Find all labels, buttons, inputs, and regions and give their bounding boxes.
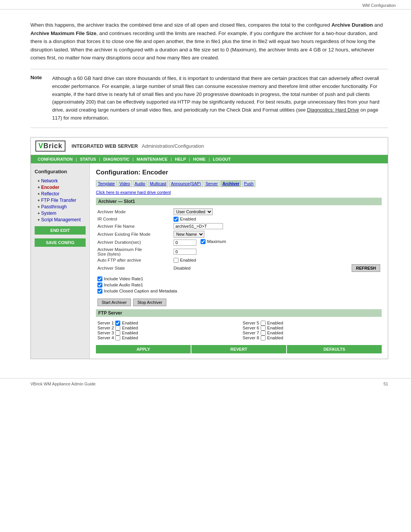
ftp-server-6-row: Server 6 Enabled	[243, 326, 381, 331]
tab-push[interactable]: Push	[242, 180, 255, 187]
auto-ftp-label: Auto FTP after archive	[96, 257, 172, 264]
tab-archiver[interactable]: Archiver	[220, 180, 241, 187]
ftp-server-6-enabled: Enabled	[267, 326, 283, 330]
vbrick-integrated-title: INTEGRATED WEB SERVER Administration/Con…	[72, 143, 204, 149]
ftp-server-7-checkbox[interactable]	[261, 331, 266, 335]
defaults-button[interactable]: DEFAULTS	[287, 345, 382, 353]
nav-home[interactable]: HOME	[190, 155, 209, 163]
archiver-max-size-row: Archiver Maximum FileSize (bytes)	[96, 246, 382, 257]
ftp-server-2-checkbox[interactable]	[115, 326, 120, 331]
include-options: Include Video Rate1 Include Audio Rate1 …	[96, 276, 382, 296]
nav-status[interactable]: STATUS	[77, 155, 99, 163]
sidebar-item-system[interactable]: System	[35, 211, 86, 216]
include-audio-rate1-label: Include Audio Rate1	[97, 283, 380, 288]
save-config-button[interactable]: SAVE CONFIG	[35, 238, 86, 247]
archiver-file-mode-label: Archiver Existing File Mode	[96, 230, 172, 238]
footer-right: 51	[384, 382, 388, 386]
ftp-server-6-checkbox[interactable]	[261, 326, 266, 331]
ftp-server-5-row: Server 5 Enabled	[243, 321, 381, 326]
ftp-server-8-row: Server 8 Enabled	[243, 335, 381, 340]
nav-help[interactable]: HELP	[172, 155, 189, 163]
tab-video[interactable]: Video	[118, 180, 132, 187]
tab-template[interactable]: Template	[96, 180, 117, 187]
ftp-server-2-label: Server 2	[97, 326, 114, 330]
vbrick-logo-v: V	[38, 142, 43, 150]
ftp-server-5-checkbox[interactable]	[261, 321, 266, 326]
nav-maintenance[interactable]: MAINTENANCE	[134, 155, 170, 163]
hard-drive-link[interactable]: Click here to examine hard drive content	[96, 190, 382, 195]
ui-body: Configuration Network Encoder Reflector …	[31, 163, 388, 359]
revert-button[interactable]: REVERT	[191, 345, 286, 353]
ftp-server-3-label: Server 3	[97, 331, 114, 335]
ftp-server-1-enabled: Enabled	[122, 321, 138, 325]
ftp-server-3-row: Server 3 Enabled	[97, 331, 235, 335]
sidebar-item-encoder[interactable]: Encoder	[35, 185, 86, 190]
ftp-servers-right: Server 5 Enabled Server 6 Enabled Server…	[243, 321, 381, 340]
note-box: Note Although a 60 GB hard drive can sto…	[30, 69, 388, 128]
note-text: Although a 60 GB hard drive can store th…	[52, 75, 388, 122]
main-panel: Configuration: Encoder Template Video Au…	[90, 163, 388, 359]
include-audio-rate1-text: Include Audio Rate1	[104, 283, 143, 287]
ftp-server-5-enabled: Enabled	[267, 321, 283, 325]
main-paragraph: When this happens, the archiver tracks t…	[30, 21, 388, 62]
auto-ftp-row: Auto FTP after archive Enabled	[96, 257, 382, 264]
include-closed-caption-checkbox[interactable]	[97, 289, 102, 294]
sidebar-item-passthrough[interactable]: Passthrough	[35, 204, 86, 209]
include-closed-caption-label: Include Closed Caption and Metadata	[97, 289, 380, 294]
tab-server[interactable]: Server	[204, 180, 220, 187]
tab-announce-sap[interactable]: Announce(SAP)	[169, 180, 203, 187]
ftp-server-4-checkbox[interactable]	[115, 335, 120, 340]
nav-logout[interactable]: LOGOUT	[210, 155, 234, 163]
tab-audio[interactable]: Audio	[133, 180, 147, 187]
sidebar-item-network[interactable]: Network	[35, 178, 86, 184]
include-video-rate1-checkbox[interactable]	[97, 276, 102, 281]
archiver-mode-select[interactable]: User Controlled Scheduled Continuous	[174, 208, 213, 215]
ftp-server-6-label: Server 6	[243, 326, 259, 330]
ftp-server-7-row: Server 7 Enabled	[243, 331, 381, 335]
ir-control-label: IR Control	[96, 216, 172, 222]
archiver-file-mode-select[interactable]: New Name Overwrite	[174, 231, 204, 238]
archiver-filename-input[interactable]	[174, 223, 223, 229]
ftp-server-7-label: Server 7	[243, 331, 259, 335]
end-edit-button[interactable]: END EDIT	[35, 226, 86, 235]
sidebar-item-reflector[interactable]: Reflector	[35, 191, 86, 197]
archiver-duration-row: Archiver Duration(sec) Maximum	[96, 238, 382, 246]
ir-control-checkbox[interactable]	[174, 217, 178, 222]
ftp-server-2-row: Server 2 Enabled	[97, 326, 235, 331]
page-footer: VBrick WM Appliance Admin Guide 51	[0, 378, 411, 389]
stop-archiver-button[interactable]: Stop Archiver	[133, 299, 166, 306]
start-archiver-button[interactable]: Start Archiver	[97, 299, 131, 306]
config-title: Configuration: Encoder	[96, 169, 382, 176]
sidebar-item-script-management[interactable]: Script Management	[35, 217, 86, 222]
page-header: WM Configuration	[0, 0, 411, 10]
archiver-form: Archiver Mode User Controlled Scheduled …	[96, 208, 382, 273]
refresh-button[interactable]: REFRESH	[352, 264, 380, 272]
bottom-buttons: APPLY REVERT DEFAULTS	[96, 345, 382, 353]
auto-ftp-enabled-text: Enabled	[180, 258, 196, 262]
archiver-mode-row: Archiver Mode User Controlled Scheduled …	[96, 208, 382, 216]
sidebar-item-ftp-file-transfer[interactable]: FTP File Transfer	[35, 198, 86, 203]
sidebar: Configuration Network Encoder Reflector …	[31, 163, 90, 359]
maximum-label-text: Maximum	[207, 239, 226, 244]
archiver-max-size-input[interactable]	[174, 249, 196, 255]
archiver-duration-input[interactable]	[174, 240, 196, 246]
ir-control-checkbox-label: Enabled	[174, 217, 380, 222]
ftp-server-4-enabled: Enabled	[122, 335, 138, 340]
auto-ftp-checkbox[interactable]	[174, 258, 178, 263]
maximum-checkbox[interactable]	[201, 239, 206, 244]
ftp-servers-left: Server 1 Enabled Server 2 Enabled Server…	[97, 321, 235, 340]
ftp-server-1-checkbox[interactable]	[115, 321, 120, 326]
ftp-server-4-label: Server 4	[97, 335, 114, 340]
apply-button[interactable]: APPLY	[96, 345, 191, 353]
include-audio-rate1-checkbox[interactable]	[97, 283, 102, 288]
archiver-section-header: Archiver — Slot1	[96, 198, 382, 205]
nav-configuration[interactable]: CONFIGURATION	[35, 155, 76, 163]
nav-diagnostic[interactable]: DIAGNOSTIC	[100, 155, 132, 163]
ftp-server-8-checkbox[interactable]	[261, 335, 266, 340]
sidebar-title: Configuration	[35, 169, 86, 174]
vbrick-header: VBrick INTEGRATED WEB SERVER Administrat…	[31, 137, 388, 155]
diagnostics-link[interactable]: Diagnostics: Hard Drive	[307, 107, 359, 113]
ftp-server-3-checkbox[interactable]	[115, 331, 120, 335]
ftp-server-5-label: Server 5	[243, 321, 259, 325]
tab-multicast[interactable]: Multicast	[148, 180, 168, 187]
